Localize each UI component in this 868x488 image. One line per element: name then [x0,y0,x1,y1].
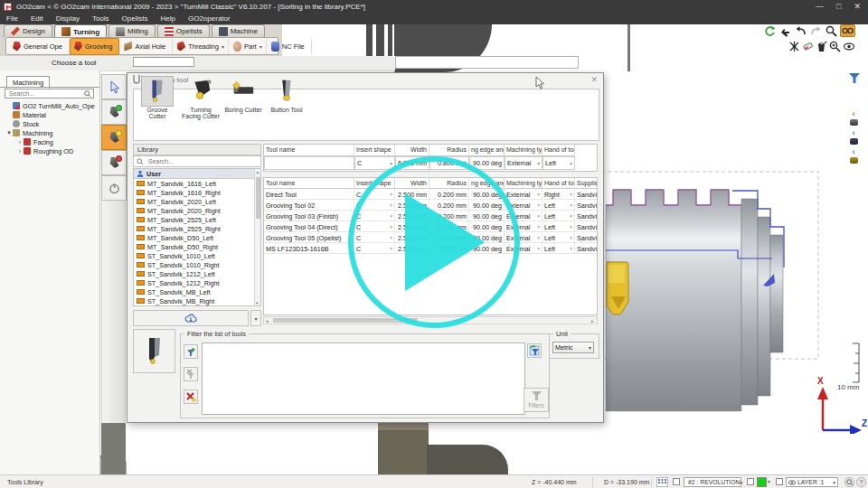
workpiece-3d-view[interactable]: 10 mm X Z [579,163,868,434]
ribbon-button[interactable]: General Ope [8,38,70,55]
column-header[interactable]: Width [395,145,429,156]
tree-item[interactable]: › Facing [2,137,98,146]
library-item[interactable]: MT_Sandvik_1616_Left [134,179,260,188]
redo-button[interactable] [810,25,822,39]
library-item[interactable]: MT_Sandvik_D50_Right [134,242,260,251]
menu-item[interactable]: Help [155,14,182,23]
filter-hand-select[interactable]: Left▾ [542,156,575,170]
minimize-button[interactable]: — [816,2,824,11]
zoom-window-button[interactable] [829,41,841,54]
tree-item[interactable]: Stock [2,119,98,128]
column-header[interactable]: Radius [429,145,469,156]
prompt-input[interactable] [133,57,194,67]
unit-select[interactable]: Metric▾ [552,342,594,353]
library-item[interactable]: MT_Sandvik_2020_Right [134,206,260,215]
filters-button[interactable]: Filters [524,388,549,412]
tree-item[interactable]: GO2 TurnMill_Auto_Ope [2,101,98,110]
library-item[interactable]: ST_Sandvik_1010_Left [134,251,260,260]
library-item[interactable]: ST_Sandvik_1212_Right [134,278,260,287]
ribbon-tab[interactable]: Opelists [157,24,210,37]
filter-machining-type-select[interactable]: External▾ [505,156,542,170]
tree-search-input[interactable] [7,89,84,98]
scroll-right-icon[interactable]: ▸ [591,318,594,324]
revolution-checkbox[interactable] [673,478,680,485]
view-toolbar-sync-button[interactable] [764,25,776,39]
ribbon-button[interactable]: NC File [267,38,312,55]
scrollbar-thumb[interactable] [256,177,260,219]
visibility-button[interactable] [843,41,855,54]
library-item[interactable]: MT_Sandvik_D50_Left [134,233,260,242]
column-header[interactable]: Tool name [264,178,354,189]
tree-item[interactable]: ▾ Machining [2,128,98,137]
library-search-box[interactable] [133,155,261,167]
library-item[interactable]: ST_Sandvik_1010_Right [134,260,260,269]
tool-type-turning-facing-cutter[interactable]: Turning Facing Cutter [180,76,222,119]
zoom-button[interactable] [826,25,837,39]
menu-item[interactable]: GO2operator [182,14,237,23]
library-scrollbar[interactable]: ▴▾ [254,169,260,305]
color-checkbox[interactable] [747,478,754,485]
help-button[interactable]: ? [856,477,866,487]
column-header[interactable]: Insert shape [354,145,395,156]
color-dropdown-arrow[interactable]: ▾ [768,479,770,484]
column-header[interactable]: Machining typ [505,145,542,156]
explode-view-button[interactable] [788,41,800,54]
library-item[interactable]: MT_Sandvik_2525_Right [134,224,260,233]
tree-expander[interactable]: ▾ [5,129,13,136]
layer-checkbox[interactable] [776,478,783,485]
video-play-icon[interactable] [405,193,485,291]
library-search-input[interactable] [146,157,258,165]
library-item[interactable]: MT_Sandvik_2525_Left [134,215,260,224]
tree-item[interactable]: › Roughing OD [2,146,98,155]
layer-select[interactable]: LAYER :1▾ [786,477,838,487]
clean-scene-button[interactable] [816,41,827,54]
filter-expression-textarea[interactable] [202,343,525,415]
column-header[interactable]: Hand of tool [542,178,575,189]
revolution-select[interactable]: #2 : REVOLUTION▾ [684,477,741,487]
ribbon-button[interactable]: Threading [173,38,229,55]
tool-type-button-tool[interactable]: Button Tool [267,76,307,113]
filter-tool-name-input[interactable] [264,156,354,170]
pan-hand-button[interactable] [779,25,791,39]
ribbon-tab[interactable]: Design [4,24,52,37]
maximize-button[interactable]: □ [836,2,841,11]
ribbon-button[interactable]: Grooving [70,38,119,55]
apply-filter-button[interactable] [527,343,542,358]
library-item[interactable]: ST_Sandvik_MB_Right [134,296,260,305]
tool-type-boring-cutter[interactable]: Boring Cutter [223,76,263,113]
column-header[interactable]: Tool name [264,145,354,156]
eraser-button[interactable] [802,41,814,54]
collapsed-panel-toggle-2[interactable]: ‹ [847,129,860,145]
library-download-options-button[interactable]: ▾ [250,310,261,326]
collapsed-panel-toggle-3[interactable]: ‹ [847,148,860,164]
column-header[interactable]: Hand of tool [542,145,575,156]
selected-tool-preview-button[interactable] [133,329,175,373]
column-header[interactable]: Machining typ [505,178,542,189]
library-item[interactable]: ST_Sandvik_1212_Left [134,269,260,278]
active-color-swatch[interactable] [757,477,767,487]
add-filter-button[interactable] [184,344,198,359]
remove-filter-button[interactable] [184,367,198,381]
library-item[interactable]: ST_Sandvik_MB_Left [134,287,260,296]
ribbon-tab[interactable]: Turning [54,24,107,38]
layer-zoom-button[interactable] [844,477,854,487]
tree-expander[interactable]: › [16,148,24,155]
tool-mode-button-2-active[interactable] [101,125,127,150]
dialog-close-icon[interactable]: ✕ [590,75,598,84]
undo-button[interactable] [795,25,807,39]
menu-item[interactable]: Display [50,14,86,23]
menu-item[interactable]: Tools [86,14,116,23]
filter-panel-button[interactable] [848,72,861,86]
ribbon-tab[interactable]: Milling [108,24,156,37]
view-glasses-button[interactable] [840,24,855,37]
tool-mode-button-1[interactable] [101,99,127,125]
menu-item[interactable]: File [0,14,24,23]
tree-expander[interactable]: › [16,139,24,145]
menu-item[interactable]: Edit [24,14,50,23]
grid-toggle-button[interactable] [656,477,668,487]
tool-type-groove-cutter[interactable]: Groove Cutter [138,76,176,119]
delete-filters-button[interactable] [184,389,198,404]
menu-item[interactable]: Opelists [116,14,155,23]
tree-item[interactable]: Material [2,110,98,119]
library-group-user[interactable]: User [134,169,255,179]
